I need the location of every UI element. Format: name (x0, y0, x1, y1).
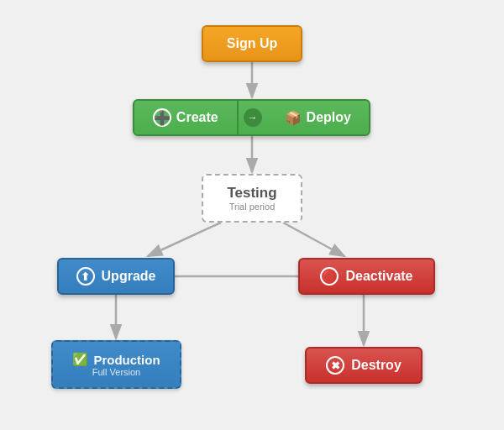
signup-node[interactable]: Sign Up (202, 25, 302, 62)
deactivate-node[interactable]: 🚫 Deactivate (298, 258, 435, 295)
create-section: ➕ Create (134, 101, 239, 134)
deploy-icon: 📦 (285, 110, 302, 126)
deploy-label: Deploy (307, 110, 351, 125)
upgrade-node[interactable]: ⬆ Upgrade (57, 258, 175, 295)
production-subtitle: Full Version (92, 367, 140, 377)
production-node: ✅ Production Full Version (51, 340, 181, 389)
deactivate-icon: 🚫 (320, 267, 339, 286)
create-label: Create (176, 110, 218, 125)
testing-subtitle: Trial period (229, 202, 276, 212)
production-label: Production (93, 353, 160, 367)
destroy-icon: ✖ (326, 356, 344, 375)
production-icon: ✅ (72, 352, 88, 367)
destroy-node[interactable]: ✖ Destroy (305, 347, 423, 384)
destroy-label: Destroy (351, 358, 402, 373)
upgrade-icon: ⬆ (76, 267, 95, 286)
signup-label: Sign Up (227, 36, 277, 51)
svg-line-4 (148, 223, 221, 256)
arrow-divider-icon: → (244, 108, 262, 127)
create-deploy-node[interactable]: ➕ Create → 📦 Deploy (133, 99, 370, 136)
testing-label: Testing (227, 185, 276, 202)
deploy-section: 📦 Deploy (267, 101, 370, 134)
diagram: Sign Up ➕ Create → 📦 Deploy Testing Tria… (0, 0, 504, 430)
svg-line-5 (283, 223, 344, 256)
deactivate-label: Deactivate (345, 269, 412, 284)
create-icon: ➕ (153, 108, 171, 127)
upgrade-label: Upgrade (102, 269, 156, 284)
testing-node: Testing Trial period (202, 174, 302, 223)
